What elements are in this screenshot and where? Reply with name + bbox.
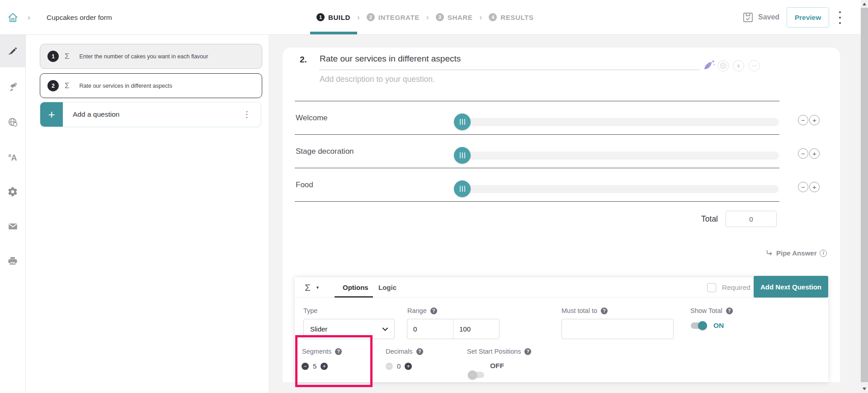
plus-icon: +: [407, 364, 410, 369]
help-icon[interactable]: ?: [416, 348, 423, 355]
slider-track[interactable]: [462, 152, 779, 160]
row-divider: [295, 134, 779, 135]
pipe-answer-link[interactable]: Pipe Answer i: [765, 249, 827, 257]
question-list-item-title: Enter the number of cakes you want in ea…: [80, 53, 208, 60]
required-control: Required: [707, 277, 750, 298]
home-button[interactable]: [7, 11, 19, 25]
sigma-icon: Σ: [65, 52, 70, 61]
segments-stepper: − 5 +: [302, 362, 328, 370]
decimals-decrease-button[interactable]: −: [386, 363, 393, 370]
decimals-label-text: Decimals: [386, 348, 413, 355]
step-number: 1: [316, 13, 325, 21]
rail-item-globe[interactable]: [0, 106, 25, 138]
help-icon[interactable]: ?: [524, 348, 531, 355]
add-row-button[interactable]: +: [809, 182, 820, 192]
show-total-label-text: Show Total: [690, 307, 722, 314]
rail-item-design[interactable]: [0, 71, 25, 103]
type-select[interactable]: Slider: [303, 319, 395, 339]
step-chevron-icon: ›: [426, 13, 429, 22]
question-options-panel: Σ ▼ Options Logic Required Add Next Ques…: [295, 277, 828, 382]
decimals-stepper: − 0 +: [386, 362, 412, 370]
home-icon: [7, 11, 19, 24]
step-share[interactable]: 3 SHARE: [436, 13, 473, 21]
question-title-input[interactable]: Rate our services in different aspects: [320, 54, 699, 70]
decimals-field-label: Decimals ?: [386, 348, 423, 355]
tab-logic-label: Logic: [378, 284, 396, 291]
rail-item-print[interactable]: [0, 245, 25, 277]
ai-quill-icon[interactable]: [701, 59, 716, 73]
preview-button[interactable]: Preview: [787, 7, 829, 28]
slider-handle[interactable]: [454, 180, 471, 197]
remove-row-button[interactable]: −: [798, 148, 808, 159]
question-list-item-2-selected[interactable]: 2 Σ Rate our services in different aspec…: [40, 73, 262, 98]
pipe-arrow-icon: [765, 249, 773, 257]
more-actions-button[interactable]: [749, 60, 760, 71]
rail-item-email[interactable]: [0, 210, 25, 242]
chevron-down-icon: [382, 327, 388, 331]
start-positions-label-text: Set Start Positions: [467, 348, 521, 355]
segments-increase-button[interactable]: +: [321, 363, 328, 370]
rail-item-settings[interactable]: [0, 175, 25, 208]
step-results[interactable]: 4 RESULTS: [489, 13, 533, 21]
start-positions-toggle[interactable]: [468, 370, 484, 379]
step-chevron-icon: ›: [479, 13, 482, 22]
slider-track[interactable]: [462, 185, 779, 193]
help-icon[interactable]: ?: [726, 308, 733, 314]
scroll-down-arrow[interactable]: [863, 388, 866, 390]
mail-icon: [7, 221, 19, 232]
minus-icon: −: [801, 116, 805, 124]
scrollbar-thumb[interactable]: [861, 8, 868, 382]
rail-item-translate[interactable]: aA: [0, 141, 25, 174]
show-total-toggle[interactable]: [691, 321, 707, 330]
slider-handle[interactable]: [454, 147, 471, 164]
step-integrate[interactable]: 2 INTEGRATE: [367, 13, 420, 21]
remove-row-button[interactable]: −: [798, 182, 808, 192]
required-checkbox[interactable]: [707, 283, 716, 292]
decimals-increase-button[interactable]: +: [405, 363, 412, 370]
remove-row-button[interactable]: −: [798, 115, 808, 125]
help-icon[interactable]: ?: [430, 308, 437, 314]
question-description-placeholder[interactable]: Add description to your question.: [320, 75, 435, 84]
range-min-input[interactable]: [407, 319, 453, 339]
must-total-label-text: Must total to: [561, 307, 597, 314]
rail-item-build-editor[interactable]: [0, 35, 25, 67]
help-icon[interactable]: ?: [601, 308, 608, 314]
slider-track[interactable]: [462, 118, 779, 126]
show-total-state: ON: [713, 322, 724, 330]
segments-decrease-button[interactable]: −: [302, 363, 309, 370]
step-build[interactable]: 1 BUILD: [316, 13, 350, 21]
active-step-underline: [310, 32, 357, 34]
more-options-button[interactable]: [837, 11, 843, 24]
question-number-badge: 1: [47, 51, 59, 62]
add-row-button[interactable]: +: [809, 115, 820, 125]
help-icon[interactable]: ?: [335, 348, 342, 355]
must-total-input[interactable]: [561, 319, 674, 339]
paintbrush-icon: [8, 82, 18, 92]
info-icon[interactable]: i: [820, 250, 827, 257]
add-question-menu-button[interactable]: ⋮: [243, 109, 251, 119]
question-number: 2.: [300, 55, 307, 65]
svg-text:$: $: [737, 64, 740, 68]
save-icon: [742, 11, 754, 24]
type-select-value: Slider: [310, 325, 327, 333]
tab-logic[interactable]: Logic: [378, 277, 396, 298]
question-type-dropdown[interactable]: Σ ▼: [305, 277, 320, 298]
range-max-input[interactable]: [453, 319, 499, 339]
currency-button[interactable]: $: [733, 60, 744, 71]
globe-icon: [7, 117, 19, 128]
add-question-button[interactable]: + Add a question ⋮: [40, 102, 261, 127]
step-label: RESULTS: [500, 14, 533, 21]
slider-row-label: Food: [296, 180, 313, 189]
add-question-label: Add a question: [73, 110, 243, 118]
tab-options[interactable]: Options: [343, 277, 368, 298]
emoji-button[interactable]: [717, 60, 729, 71]
slider-handle[interactable]: [454, 114, 471, 130]
page-scrollbar[interactable]: [861, 0, 868, 393]
scroll-up-arrow[interactable]: [863, 3, 866, 5]
range-field-label: Range ?: [407, 307, 437, 314]
question-list-item-1[interactable]: 1 Σ Enter the number of cakes you want i…: [40, 44, 262, 69]
add-next-question-button[interactable]: Add Next Question: [754, 276, 828, 298]
step-label: INTEGRATE: [378, 14, 420, 21]
row-divider: [295, 101, 779, 101]
add-row-button[interactable]: +: [809, 148, 820, 159]
